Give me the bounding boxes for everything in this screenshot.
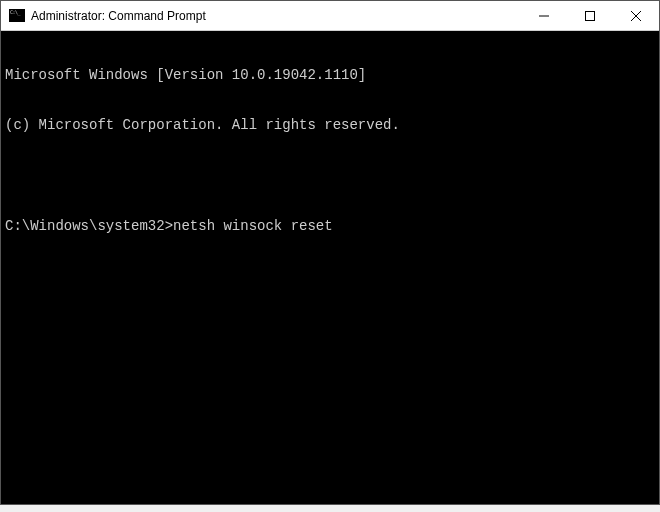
maximize-icon [585, 11, 595, 21]
close-button[interactable] [613, 1, 659, 30]
terminal-output-line: (c) Microsoft Corporation. All rights re… [5, 117, 655, 134]
close-icon [631, 11, 641, 21]
terminal-command: netsh winsock reset [173, 218, 333, 235]
terminal-area[interactable]: Microsoft Windows [Version 10.0.19042.11… [1, 31, 659, 504]
terminal-blank-line [5, 167, 655, 184]
terminal-prompt-line: C:\Windows\system32>netsh winsock reset [5, 218, 655, 235]
cmd-icon [9, 9, 25, 22]
window-title: Administrator: Command Prompt [31, 9, 521, 23]
titlebar: Administrator: Command Prompt [1, 1, 659, 31]
window-controls [521, 1, 659, 30]
terminal-prompt: C:\Windows\system32> [5, 218, 173, 235]
terminal-output-line: Microsoft Windows [Version 10.0.19042.11… [5, 67, 655, 84]
maximize-button[interactable] [567, 1, 613, 30]
minimize-icon [539, 11, 549, 21]
svg-rect-1 [586, 11, 595, 20]
minimize-button[interactable] [521, 1, 567, 30]
command-prompt-window: Administrator: Command Prompt Microsoft [0, 0, 660, 505]
